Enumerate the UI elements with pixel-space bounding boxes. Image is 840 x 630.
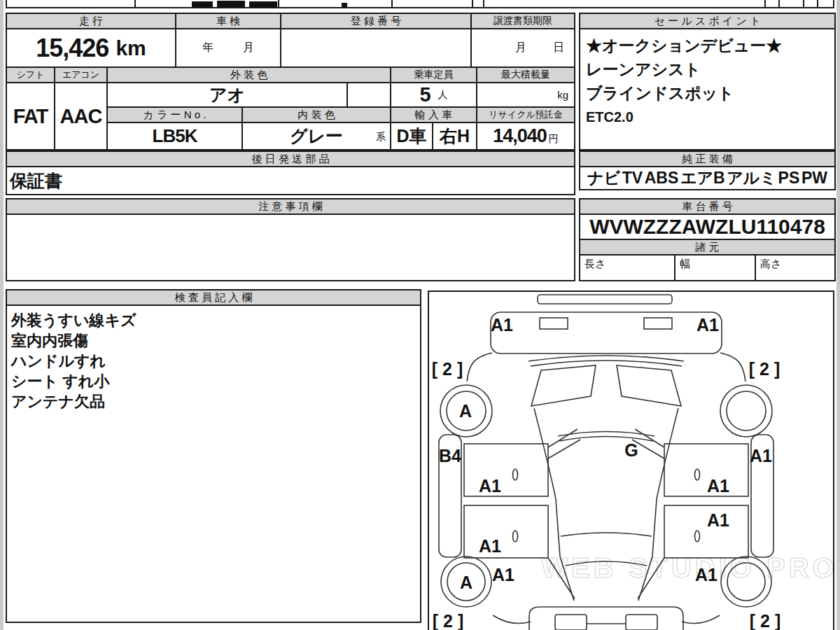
sales-point-body: ★オークションデビュー★ レーンアシスト ブラインドスポット ETC2.0 <box>579 28 836 150</box>
clipped-text-fragment <box>342 3 347 7</box>
clipped-text-fragment <box>249 1 277 7</box>
deadline-cell: 月 日 <box>470 28 575 68</box>
max-load-cell: kg <box>476 82 575 108</box>
inspection-header: 車 検 <box>175 13 281 29</box>
recycle-unit: 円 <box>549 133 559 146</box>
inspector-item: アンテナ欠品 <box>11 391 105 412</box>
exterior-color-empty-cell <box>346 82 391 108</box>
mileage-header: 走 行 <box>6 13 176 29</box>
sales-point-item: ブラインドスポット <box>586 81 734 105</box>
chassis-header: 車 台 番 号 <box>579 198 836 215</box>
notes-header: 注 意 事 項 欄 <box>6 198 575 215</box>
registration-header-label: 登 録 番 号 <box>351 15 402 28</box>
interior-color-cell: グレー 系 <box>241 122 391 150</box>
diagram-mark: A <box>459 401 472 421</box>
diagram-mark: B4 <box>439 446 461 466</box>
notes-header-label: 注 意 事 項 欄 <box>258 200 323 214</box>
diagram-mark: A1 <box>707 510 729 531</box>
diagram-labels: A1A1[ 2 ][ 2 ]AB4GA1A1A1A1A1A1A1A[ 2 ][ … <box>429 292 833 630</box>
exterior-color-value: アオ <box>209 83 245 106</box>
later-parts-body: 保証書 <box>6 166 575 195</box>
chassis-header-label: 車 台 番 号 <box>682 200 733 214</box>
divider <box>764 0 766 7</box>
deadline-day-label: 日 <box>553 41 564 55</box>
spec-width-label: 幅 <box>680 258 690 271</box>
mileage-header-label: 走 行 <box>79 15 103 28</box>
diagram-mark: A1 <box>695 565 718 585</box>
sales-point-header-label: セ ー ル ス ポ イ ン ト <box>654 15 761 28</box>
color-no-header: カ ラ ー N o . <box>106 106 243 123</box>
exterior-color-header-label: 外 装 色 <box>230 69 267 82</box>
inspector-item: 外装うすい線キズ <box>11 310 136 330</box>
inspector-item: ハンドルすれ <box>11 351 106 371</box>
inspection-cell: 年 月 <box>175 28 281 68</box>
diagram-mark: A1 <box>479 476 501 496</box>
inspector-item: 室内内張傷 <box>11 330 88 351</box>
inspector-item: シート すれ小 <box>11 371 109 391</box>
capacity-cell: 5 人 <box>390 82 477 108</box>
divider <box>134 0 136 7</box>
shift-header-label: シフト <box>17 69 45 81</box>
steering-value: 右H <box>440 125 470 148</box>
spec-height-label: 高さ <box>760 258 781 271</box>
divider <box>803 0 804 7</box>
color-no-value: LB5K <box>153 125 197 147</box>
import-header: 輸 入 車 <box>390 106 477 123</box>
sales-point-item: ★オークションデビュー★ <box>586 34 782 57</box>
later-parts-header-label: 後 日 発 送 部 品 <box>252 153 330 166</box>
interior-color-suffix: 系 <box>376 131 386 144</box>
aircon-cell: AAC <box>54 82 108 150</box>
inspection-header-label: 車 検 <box>216 15 240 28</box>
sales-point-item: ETC2.0 <box>586 105 634 129</box>
capacity-value: 5 <box>419 83 430 106</box>
sales-point-item: レーンアシスト <box>586 57 701 81</box>
divider <box>391 0 393 7</box>
top-clipped-row <box>6 0 834 8</box>
recycle-header: リサイクル預託金 <box>476 106 575 123</box>
deadline-header: 譲渡書類期限 <box>470 13 575 29</box>
aircon-value: AAC <box>60 105 102 128</box>
equipment-item: PW <box>802 169 827 188</box>
recycle-cell: 14,040 円 <box>476 122 575 150</box>
capacity-header-label: 乗車定員 <box>414 69 454 81</box>
max-load-unit: kg <box>557 89 568 101</box>
diagram-mark: A <box>460 573 472 593</box>
recycle-header-label: リサイクル預託金 <box>489 108 563 121</box>
diagram-mark: A1 <box>491 315 513 335</box>
equipment-item: ABS <box>645 169 679 188</box>
divider <box>278 0 279 7</box>
import-type-cell: D車 <box>390 122 433 150</box>
spec-width-cell: 幅 <box>674 254 757 281</box>
aircon-header: エアコン <box>54 66 108 83</box>
diagram-mark: A1 <box>750 446 772 466</box>
exterior-color-header: 外 装 色 <box>106 66 391 83</box>
mileage-cell: 15,426 km <box>6 28 176 68</box>
equipment-body: ナビ TV ABS エアB アルミ PS PW <box>579 166 836 190</box>
deadline-header-label: 譲渡書類期限 <box>493 15 552 27</box>
diagram-mark: A1 <box>492 565 514 585</box>
shift-value: FAT <box>13 105 48 128</box>
inspector-body: 外装うすい線キズ 室内内張傷 ハンドルすれ シート すれ小 アンテナ欠品 <box>6 304 421 623</box>
sales-point-header: セ ー ル ス ポ イ ン ト <box>579 13 836 29</box>
diagram-mark: [ 2 ] <box>433 611 463 630</box>
mileage-unit: km <box>115 36 146 60</box>
exterior-color-cell: アオ <box>106 82 348 108</box>
diagram-mark: G <box>624 440 638 461</box>
later-parts-header: 後 日 発 送 部 品 <box>6 150 575 167</box>
capacity-header: 乗車定員 <box>390 66 477 83</box>
diagram-mark: [ 2 ] <box>750 611 780 630</box>
divider <box>817 0 818 7</box>
divider <box>472 0 473 7</box>
shift-header: シフト <box>6 66 55 83</box>
diagram-mark: [ 2 ] <box>432 359 463 379</box>
import-type-value: D車 <box>396 125 426 148</box>
equipment-item: アルミ <box>727 167 776 189</box>
registration-header: 登 録 番 号 <box>280 13 472 29</box>
equipment-item: ナビ <box>587 167 620 189</box>
import-header-label: 輸 入 車 <box>415 108 452 122</box>
diagram-mark: A1 <box>707 476 729 496</box>
diagram-mark: A1 <box>696 315 719 335</box>
max-load-header-label: 最大積載量 <box>501 69 550 81</box>
spec-length-cell: 長さ <box>579 254 677 281</box>
car-diagram-box: WEB STUDIO PRO <box>428 290 834 630</box>
